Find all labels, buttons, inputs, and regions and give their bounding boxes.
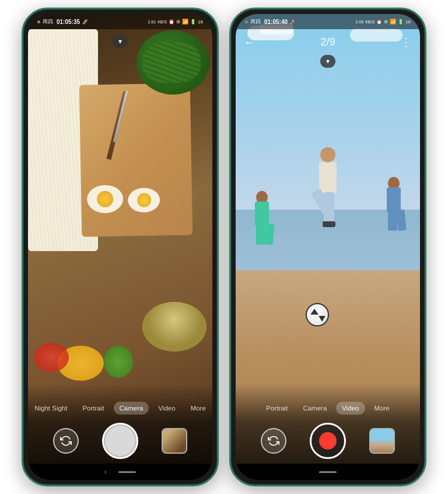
right-player bbox=[382, 177, 405, 244]
right-phone: 周四 01:05:40 🚀 2.09 KB/S ⏰ ⚙ 📶 🔋 18 ← 2/9 bbox=[229, 8, 426, 486]
right-status-right: 2.09 KB/S ⏰ ⚙ 📶 🔋 18 bbox=[356, 19, 411, 25]
photo-counter: 2/9 bbox=[320, 36, 335, 48]
right-mode-portrait[interactable]: Portrait bbox=[260, 402, 293, 415]
right-time: 01:05:40 bbox=[264, 19, 288, 25]
right-alarm-icon: ⏰ bbox=[376, 19, 382, 25]
gallery-thumbnail[interactable] bbox=[162, 428, 187, 454]
kb-label: KB/S bbox=[158, 20, 167, 24]
alarm-icon: ⏰ bbox=[169, 19, 174, 25]
right-phone-shell: 周四 01:05:40 🚀 2.09 KB/S ⏰ ⚙ 📶 🔋 18 ← 2/9 bbox=[229, 8, 426, 486]
shutter-inner bbox=[105, 426, 135, 456]
mode-video[interactable]: Video bbox=[152, 402, 181, 415]
thumb-image bbox=[163, 429, 186, 453]
right-mode-video[interactable]: Video bbox=[336, 402, 365, 415]
left-phone-screen: 周四 01:05:35 🚀 2.81 KB/S ⏰ ⚙ 📶 🔋 18 bbox=[28, 14, 212, 480]
right-battery-icon: 🔋 bbox=[398, 19, 404, 25]
mode-portrait[interactable]: Portrait bbox=[76, 402, 110, 415]
veggie-bowl bbox=[136, 30, 209, 95]
settings-icon: ⚙ bbox=[176, 19, 180, 25]
mode-night-sight[interactable]: Night Sight bbox=[29, 402, 73, 415]
right-wifi-icon: 📶 bbox=[390, 19, 396, 25]
right-status-left: 周四 01:05:40 🚀 bbox=[245, 18, 296, 26]
veggie-red bbox=[34, 343, 69, 372]
grain-bowl bbox=[142, 302, 206, 352]
more-options-button[interactable]: ⋮ bbox=[400, 35, 412, 49]
flip-camera-button[interactable] bbox=[53, 428, 79, 454]
right-shutter-inner bbox=[319, 432, 337, 450]
left-kb: 2.81 bbox=[148, 20, 156, 24]
left-player bbox=[250, 191, 274, 255]
left-mode-tabs: Night Sight Portrait Camera Video More bbox=[28, 402, 212, 415]
right-nav-bar bbox=[236, 464, 420, 480]
cutting-board bbox=[79, 83, 193, 236]
right-battery: 18 bbox=[405, 19, 411, 25]
left-rocket-icon: 🚀 bbox=[82, 19, 88, 25]
right-top-bar: ← 2/9 ⋮ bbox=[236, 29, 420, 55]
left-time: 01:05:35 bbox=[57, 19, 80, 25]
nav-back[interactable]: ‹ bbox=[104, 468, 107, 476]
left-status-left: 周四 01:05:35 🚀 bbox=[37, 18, 88, 26]
status-dot bbox=[37, 20, 40, 23]
nav-home-indicator bbox=[118, 471, 136, 473]
right-status-dot bbox=[245, 20, 248, 23]
left-dropdown[interactable]: ▾ bbox=[113, 35, 128, 48]
back-button[interactable]: ← bbox=[244, 36, 256, 49]
soccer-ball bbox=[306, 303, 329, 326]
veggie-green bbox=[104, 346, 133, 378]
right-mode-more[interactable]: More bbox=[369, 402, 396, 415]
left-phone: 周四 01:05:35 🚀 2.81 KB/S ⏰ ⚙ 📶 🔋 18 bbox=[22, 8, 219, 486]
left-battery: 18 bbox=[198, 19, 203, 25]
wifi-icon: 📶 bbox=[182, 19, 188, 25]
right-flip-camera-button[interactable] bbox=[261, 428, 286, 454]
left-status-bar: 周四 01:05:35 🚀 2.81 KB/S ⏰ ⚙ 📶 🔋 18 bbox=[28, 14, 212, 29]
left-day: 周四 bbox=[43, 18, 53, 26]
right-nav-home-indicator bbox=[319, 471, 337, 473]
right-shutter-row bbox=[261, 423, 395, 459]
right-phone-screen: 周四 01:05:40 🚀 2.09 KB/S ⏰ ⚙ 📶 🔋 18 ← 2/9 bbox=[236, 14, 420, 480]
right-settings-icon: ⚙ bbox=[384, 19, 388, 25]
right-rocket-icon: 🚀 bbox=[290, 19, 296, 25]
mode-camera[interactable]: Camera bbox=[114, 402, 149, 415]
shutter-button[interactable] bbox=[102, 423, 138, 459]
dropdown-chevron: ▾ bbox=[118, 37, 122, 46]
mode-more[interactable]: More bbox=[185, 402, 212, 415]
right-mode-camera[interactable]: Camera bbox=[297, 402, 332, 415]
battery-icon: 🔋 bbox=[190, 19, 196, 25]
left-nav-bar: ‹ bbox=[28, 464, 212, 480]
main-player bbox=[307, 144, 348, 238]
right-dropdown-chevron: ▾ bbox=[326, 57, 330, 65]
right-status-bar: 周四 01:05:40 🚀 2.09 KB/S ⏰ ⚙ 📶 🔋 18 bbox=[236, 14, 420, 29]
right-kb-label: KB/S bbox=[365, 20, 374, 24]
right-kb: 2.09 bbox=[356, 20, 364, 24]
right-shutter-button[interactable] bbox=[310, 423, 346, 459]
left-phone-shell: 周四 01:05:35 🚀 2.81 KB/S ⏰ ⚙ 📶 🔋 18 bbox=[22, 8, 219, 486]
right-thumb-image bbox=[370, 429, 394, 453]
left-status-right: 2.81 KB/S ⏰ ⚙ 📶 🔋 18 bbox=[148, 19, 203, 25]
left-shutter-row bbox=[53, 423, 187, 459]
right-day: 周四 bbox=[250, 18, 261, 26]
right-dropdown[interactable]: ▾ bbox=[320, 55, 335, 68]
right-mode-tabs: Portrait Camera Video More bbox=[253, 402, 402, 415]
right-gallery-thumbnail[interactable] bbox=[369, 428, 395, 454]
